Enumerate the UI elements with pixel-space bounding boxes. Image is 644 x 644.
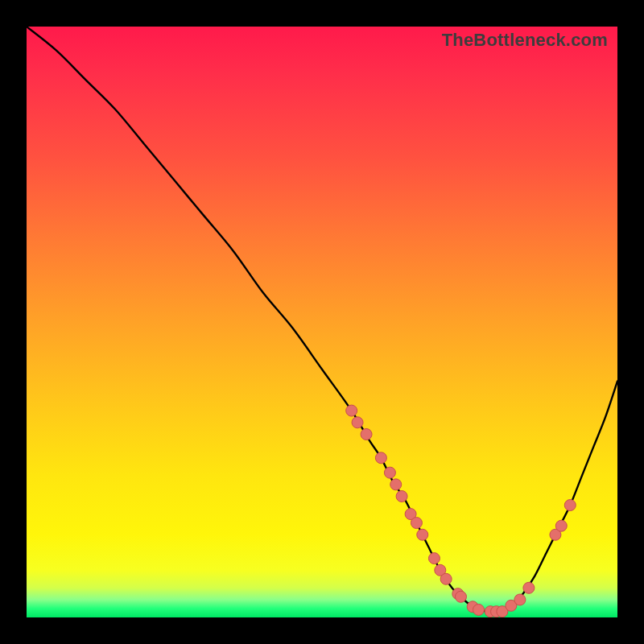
curve-marker <box>390 479 402 490</box>
curve-marker <box>417 529 428 540</box>
curve-marker <box>428 553 440 564</box>
curve-marker <box>514 594 526 605</box>
chart-stage: TheBottleneck.com <box>0 0 644 644</box>
curve-marker <box>361 428 372 440</box>
bottleneck-curve <box>27 27 617 612</box>
curve-marker <box>384 467 395 478</box>
curve-marker <box>375 452 386 464</box>
curve-layer <box>27 27 617 617</box>
curve-marker <box>455 591 466 602</box>
curve-markers <box>346 405 576 617</box>
curve-marker <box>473 604 485 615</box>
plot-area: TheBottleneck.com <box>27 27 617 617</box>
curve-marker <box>555 520 567 531</box>
curve-marker <box>523 582 535 593</box>
curve-marker <box>346 405 357 416</box>
curve-marker <box>564 500 576 511</box>
curve-marker <box>352 417 363 428</box>
curve-marker <box>411 518 422 529</box>
curve-marker <box>396 491 407 502</box>
curve-marker <box>440 573 452 584</box>
